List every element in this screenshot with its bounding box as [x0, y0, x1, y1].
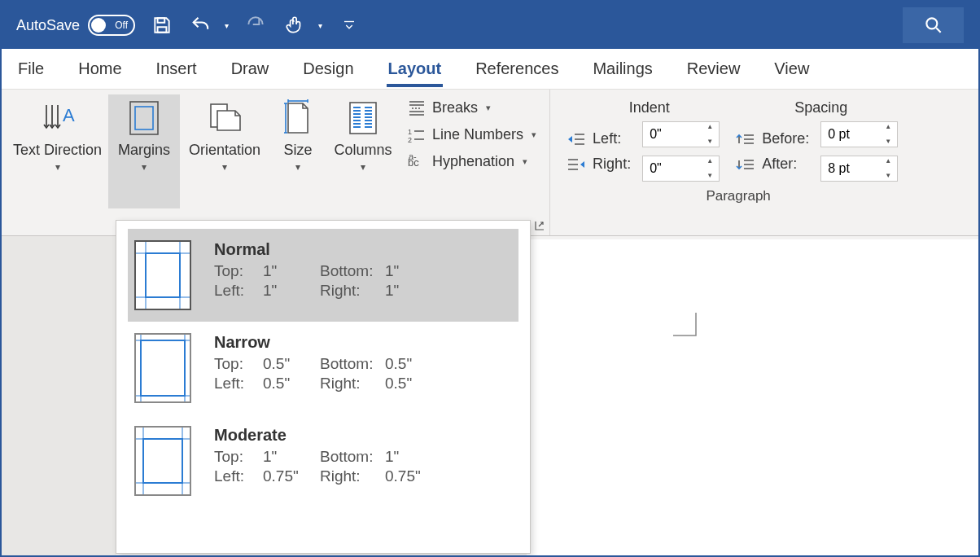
indent-right-value: 0"	[650, 161, 662, 176]
margins-label: Margins	[118, 142, 170, 160]
tab-layout[interactable]: Layout	[387, 51, 444, 86]
spinner-arrows[interactable]: ▲▼	[885, 124, 895, 145]
search-button[interactable]	[903, 7, 964, 43]
tab-references[interactable]: References	[474, 51, 560, 86]
line-numbers-button[interactable]: 1 2 Line Numbers ▾	[408, 126, 536, 143]
spacing-before-input[interactable]: 0 pt ▲▼	[820, 121, 898, 147]
spacing-header: Spacing	[794, 99, 847, 116]
spinner-arrows[interactable]: ▲▼	[707, 158, 716, 179]
margins-button[interactable]: Margins ▾	[108, 94, 180, 208]
chevron-down-icon: ▾	[486, 103, 491, 113]
tab-mailings[interactable]: Mailings	[591, 51, 654, 86]
tab-design[interactable]: Design	[301, 51, 355, 86]
chevron-down-icon: ▾	[142, 161, 147, 173]
spacing-after-label: After:	[762, 156, 797, 173]
chevron-down-icon: ▾	[523, 156, 527, 167]
document-gutter	[2, 236, 116, 555]
size-button[interactable]: Size ▾	[269, 94, 326, 208]
margin-option-moderate[interactable]: Moderate Top: 1" Bottom: 1" Left: 0.75" …	[128, 414, 518, 507]
undo-icon[interactable]	[189, 13, 213, 37]
paragraph-group-label: Paragraph	[567, 188, 910, 204]
hyphenation-button[interactable]: bc a- Hyphenation ▾	[408, 153, 536, 170]
indent-left-label: Left:	[593, 130, 621, 147]
undo-dropdown-chevron-icon[interactable]: ▾	[225, 21, 229, 30]
document-canvas[interactable]	[527, 239, 978, 555]
breaks-button[interactable]: Breaks ▾	[408, 99, 536, 116]
touch-mode-icon[interactable]	[282, 13, 307, 37]
tab-insert[interactable]: Insert	[155, 51, 199, 86]
ribbon-layout: A Text Direction ▾ Margins ▾	[2, 90, 978, 236]
chevron-down-icon: ▾	[532, 129, 536, 140]
orientation-icon	[206, 98, 243, 138]
tab-home[interactable]: Home	[77, 51, 123, 86]
margins-icon	[127, 98, 161, 138]
title-bar: AutoSave Off ▾ ▾	[2, 2, 978, 49]
spacing-before-label: Before:	[762, 130, 809, 147]
spacing-after-icon	[736, 157, 755, 172]
margin-name: Normal	[214, 240, 512, 259]
chevron-down-icon: ▾	[222, 161, 227, 173]
page-setup-small-items: Breaks ▾ 1 2 Line Numbers ▾ bc a-	[400, 94, 545, 175]
tab-draw[interactable]: Draw	[230, 51, 271, 86]
spacing-after-value: 8 pt	[828, 161, 850, 176]
line-numbers-label: Line Numbers	[432, 126, 523, 143]
margin-name: Narrow	[214, 333, 512, 352]
chevron-down-icon: ▾	[361, 161, 365, 173]
indent-right-label: Right:	[593, 156, 631, 173]
margin-option-normal[interactable]: Normal Top: 1" Bottom: 1" Left: 1" Right…	[128, 229, 518, 322]
spacing-before-icon	[736, 132, 755, 147]
hyphenation-label: Hyphenation	[432, 153, 514, 170]
text-direction-icon: A	[40, 98, 76, 138]
svg-text:1: 1	[408, 128, 412, 136]
chevron-down-icon: ▾	[55, 161, 60, 173]
indent-left-icon	[567, 132, 586, 147]
margin-thumb-icon	[134, 333, 191, 403]
autosave-state: Off	[115, 20, 128, 31]
tab-file[interactable]: File	[16, 51, 46, 86]
svg-point-0	[926, 18, 937, 29]
orientation-label: Orientation	[189, 142, 260, 160]
touch-dropdown-chevron-icon[interactable]: ▾	[318, 21, 322, 30]
margins-dropdown-menu: Normal Top: 1" Bottom: 1" Left: 1" Right…	[116, 220, 531, 554]
size-label: Size	[284, 142, 313, 160]
columns-icon	[346, 98, 380, 138]
customize-qat-icon[interactable]	[337, 13, 361, 37]
toggle-knob	[91, 18, 106, 33]
size-icon	[282, 98, 314, 138]
ribbon-tabs: File Home Insert Draw Design Layout Refe…	[2, 49, 978, 90]
save-icon[interactable]	[150, 13, 174, 37]
autosave-label: AutoSave	[16, 17, 80, 34]
columns-button[interactable]: Columns ▾	[326, 94, 400, 208]
group-page-setup: A Text Direction ▾ Margins ▾	[2, 90, 550, 235]
spacing-after-input[interactable]: 8 pt ▲▼	[820, 156, 898, 182]
svg-text:A: A	[63, 105, 75, 125]
autosave-toggle[interactable]: Off	[88, 15, 135, 36]
svg-text:2: 2	[408, 136, 412, 143]
margin-thumb-icon	[134, 426, 191, 496]
page-setup-dialog-launcher[interactable]	[533, 219, 546, 232]
text-direction-button[interactable]: A Text Direction ▾	[7, 94, 108, 208]
margin-thumb-icon	[134, 240, 191, 310]
margin-name: Moderate	[214, 426, 512, 445]
group-paragraph: Indent Spacing Left: Right: 0"	[550, 90, 926, 235]
margin-option-narrow[interactable]: Narrow Top: 0.5" Bottom: 0.5" Left: 0.5"…	[128, 322, 518, 414]
breaks-label: Breaks	[432, 99, 478, 116]
indent-left-value: 0"	[650, 127, 662, 142]
autosave-control[interactable]: AutoSave Off	[16, 15, 135, 36]
insertion-cursor-icon	[673, 313, 698, 337]
spinner-arrows[interactable]: ▲▼	[707, 124, 716, 145]
indent-header: Indent	[629, 99, 670, 116]
indent-right-input[interactable]: 0" ▲▼	[642, 156, 720, 182]
columns-label: Columns	[335, 142, 392, 160]
spacing-before-value: 0 pt	[828, 127, 850, 142]
redo-icon[interactable]	[243, 13, 268, 37]
indent-left-input[interactable]: 0" ▲▼	[642, 121, 720, 147]
tab-view[interactable]: View	[772, 51, 811, 86]
spinner-arrows[interactable]: ▲▼	[885, 158, 895, 179]
tab-review[interactable]: Review	[685, 51, 742, 86]
indent-right-icon	[567, 157, 586, 172]
orientation-button[interactable]: Orientation ▾	[180, 94, 269, 208]
svg-rect-3	[135, 107, 153, 129]
svg-text:a-: a-	[409, 154, 417, 161]
text-direction-label: Text Direction	[13, 142, 102, 160]
